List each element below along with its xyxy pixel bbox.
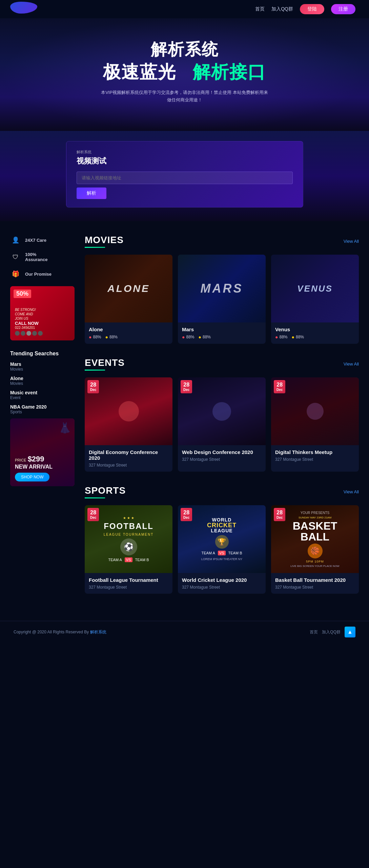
event-card-digital[interactable]: 28 Dec Digital Economy Conference 2020 3… xyxy=(85,377,172,472)
sport-card-cricket[interactable]: 28 Dec WorldCricketLeague 🏆 TEAM A VS TE… xyxy=(178,505,266,594)
trending-title: Trending Searches xyxy=(10,351,75,357)
movie-mars-text: MARS xyxy=(178,255,266,322)
movie-venus-image: VENUS xyxy=(271,255,359,322)
alone-rating-yellow: ● 88% xyxy=(105,334,118,340)
sport-football-body: Football League Tournament 327 Montague … xyxy=(85,573,172,594)
trending-mars-name[interactable]: Mars xyxy=(10,361,75,367)
movie-mars-body: Mars ● 88% ● 88% xyxy=(178,322,266,344)
sport-cricket-date: 28 Dec xyxy=(181,508,192,521)
event-card-web[interactable]: 28 Dec Web Design Conference 2020 327 Mo… xyxy=(178,377,266,472)
video-url-input[interactable] xyxy=(77,172,293,184)
main-content: 👤 24X7 Care 🛡 100%Assurance 🎁 Our Promis… xyxy=(0,221,369,621)
sport-cricket-body: World Cricket League 2020 327 Montague S… xyxy=(178,573,266,594)
movies-title: MOVIES xyxy=(85,235,124,248)
movie-card-venus[interactable]: VENUS Venus ● 88% ● 88% xyxy=(271,255,359,344)
movie-alone-image: ALONE xyxy=(85,255,172,322)
footer-brand-link[interactable]: 解析系统 xyxy=(90,630,106,634)
event-digital-date: 28 Dec xyxy=(87,380,99,393)
footer-nav-qq[interactable]: 加入QQ群 xyxy=(322,629,341,635)
trending-music-cat: Event xyxy=(10,395,75,400)
events-grid: 28 Dec Digital Economy Conference 2020 3… xyxy=(85,377,359,472)
sport-card-basketball[interactable]: 28 Dec YOUR PRESENTS SUNDAY MAY 23RD 21A… xyxy=(271,505,359,594)
right-content: MOVIES View All ALONE Alone ● xyxy=(85,235,359,607)
movie-alone-title: Alone xyxy=(89,327,168,332)
alone-red-dot: ● xyxy=(89,334,91,340)
sidebar-features: 👤 24X7 Care 🛡 100%Assurance 🎁 Our Promis… xyxy=(10,235,75,279)
nav-login-button[interactable]: 登陆 xyxy=(300,4,324,14)
event-digital-address: 327 Montague Street xyxy=(89,463,168,468)
video-test-label: 解析系统 xyxy=(77,150,293,155)
trending-nba-name[interactable]: NBA Game 2020 xyxy=(10,404,75,410)
movie-venus-title: Venus xyxy=(275,327,355,332)
event-digital-image: 28 Dec xyxy=(85,377,172,445)
sidebar-feature-promise: 🎁 Our Promise xyxy=(10,269,75,279)
events-title: EVENTS xyxy=(85,357,125,371)
care-icon: 👤 xyxy=(10,235,21,245)
sidebar: 👤 24X7 Care 🛡 100%Assurance 🎁 Our Promis… xyxy=(10,235,75,607)
event-digital-title: Digital Economy Conference 2020 xyxy=(89,449,168,461)
event-thinkers-date: 28 Dec xyxy=(274,380,285,393)
trending-mars-cat: Movies xyxy=(10,367,75,372)
sport-cricket-title: World Cricket League 2020 xyxy=(182,577,262,583)
sport-card-football[interactable]: 28 Dec ★ ★ ★ FOOTBALL LEAGUE TOURNAMENT … xyxy=(85,505,172,594)
hero-title-white: 极速蓝光 xyxy=(103,62,176,82)
nav-qq[interactable]: 加入QQ群 xyxy=(271,6,293,12)
event-thinkers-title: Digital Thinkers Meetup xyxy=(275,449,355,455)
mars-red-dot: ● xyxy=(182,334,185,340)
video-parse-button[interactable]: 解析 xyxy=(77,188,106,199)
event-card-thinkers[interactable]: 28 Dec Digital Thinkers Meetup 327 Monta… xyxy=(271,377,359,472)
venus-red-dot: ● xyxy=(275,334,278,340)
sport-basketball-image: 28 Dec YOUR PRESENTS SUNDAY MAY 23RD 21A… xyxy=(271,505,359,573)
sports-grid: 28 Dec ★ ★ ★ FOOTBALL LEAGUE TOURNAMENT … xyxy=(85,505,359,594)
ad1-call: CALL NOW xyxy=(15,321,70,326)
trending-nba-cat: Sports xyxy=(10,410,75,414)
movie-card-alone[interactable]: ALONE Alone ● 88% ● 88% xyxy=(85,255,172,344)
movies-header: MOVIES View All xyxy=(85,235,359,248)
footer-copyright: Copyright @ 2020 All Rights Reserved By … xyxy=(14,629,106,635)
trending-alone: Alone Movies xyxy=(10,376,75,386)
movie-card-mars[interactable]: MARS Mars ● 88% ● 88% xyxy=(178,255,266,344)
events-header: EVENTS View All xyxy=(85,357,359,371)
nav-register-button[interactable]: 注册 xyxy=(331,4,355,14)
event-web-address: 327 Montague Street xyxy=(182,457,262,462)
events-view-all[interactable]: View All xyxy=(344,361,359,367)
events-section: EVENTS View All 28 Dec xyxy=(85,357,359,472)
venus-rating-yellow: ● 88% xyxy=(292,334,304,340)
sports-header: SPORTS View All xyxy=(85,485,359,498)
footer-right: 首页 加入QQ群 ▲ xyxy=(310,627,355,637)
sidebar-ad1: 50% BE STRONG!COME ANDJOIN US CALL NOW 0… xyxy=(10,286,75,340)
footer-nav-home[interactable]: 首页 xyxy=(310,629,318,635)
trending-music: Music event Event xyxy=(10,390,75,400)
movie-alone-ratings: ● 88% ● 88% xyxy=(89,334,168,340)
sports-view-all[interactable]: View All xyxy=(344,489,359,494)
mars-rating-red: ● 88% xyxy=(182,334,194,340)
movies-view-all[interactable]: View All xyxy=(344,239,359,244)
ad1-phone: 022-3456201 xyxy=(15,326,70,330)
promise-label: Our Promise xyxy=(25,272,52,277)
movies-section: MOVIES View All ALONE Alone ● xyxy=(85,235,359,344)
mars-yellow-dot: ● xyxy=(199,334,201,340)
mars-rating-yellow: ● 88% xyxy=(199,334,211,340)
movie-mars-ratings: ● 88% ● 88% xyxy=(182,334,262,340)
venus-yellow-dot: ● xyxy=(292,334,294,340)
ad1-text: BE STRONG!COME ANDJOIN US xyxy=(15,308,70,321)
sport-football-image: 28 Dec ★ ★ ★ FOOTBALL LEAGUE TOURNAMENT … xyxy=(85,505,172,573)
event-thinkers-address: 327 Montague Street xyxy=(275,457,355,462)
nav-home[interactable]: 首页 xyxy=(255,6,265,12)
trending-music-name[interactable]: Music event xyxy=(10,390,75,395)
movie-mars-title: Mars xyxy=(182,327,262,332)
assurance-icon: 🛡 xyxy=(10,252,21,262)
video-test-card: 解析系统 视频测试 解析 xyxy=(66,141,303,208)
alone-rating-red: ● 88% xyxy=(89,334,101,340)
sport-football-date: 28 Dec xyxy=(87,508,99,521)
ad2-tag: NEW ARRIVAL xyxy=(15,463,70,470)
sports-section: SPORTS View All 28 Dec ★ ★ ★ xyxy=(85,485,359,594)
movie-mars-image: MARS xyxy=(178,255,266,322)
venus-rating-red: ● 88% xyxy=(275,334,288,340)
sport-basketball-address: 327 Montague Street xyxy=(275,585,355,590)
trending-alone-name[interactable]: Alone xyxy=(10,376,75,381)
sport-basketball-title: Basket Ball Tournament 2020 xyxy=(275,577,355,583)
scroll-top-button[interactable]: ▲ xyxy=(345,627,355,637)
hero-section: 解析系统 极速蓝光 解析接口 本VIP视频解析系统仅用于学习交流参考，请勿非法商… xyxy=(0,18,369,131)
ad2-shop-button[interactable]: SHOP NOW xyxy=(15,473,49,481)
